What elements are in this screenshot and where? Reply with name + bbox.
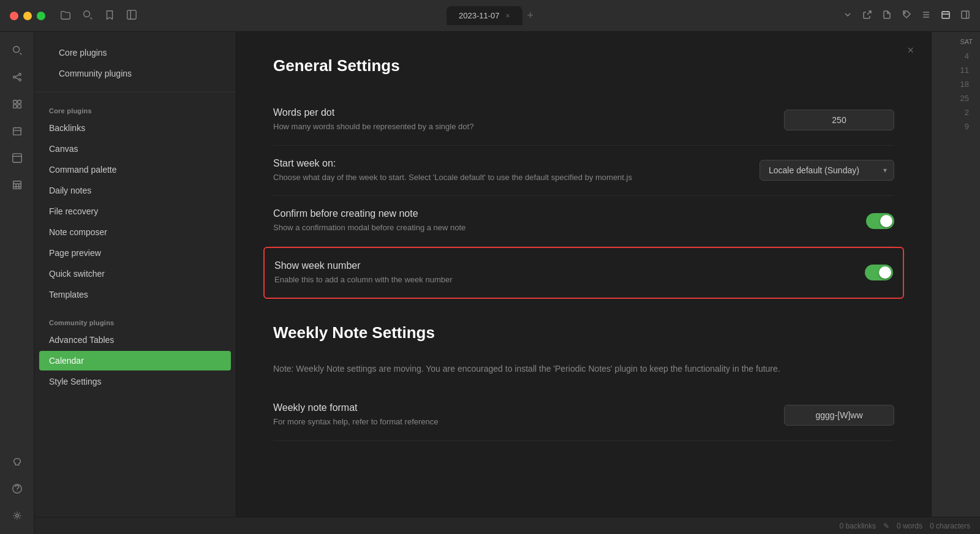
titlebar-left-icons [60,9,137,23]
calendar-day-header: SAT [932,38,980,48]
svg-rect-15 [13,181,21,189]
sidebar-item-file-recovery[interactable]: File recovery [39,201,231,221]
calendar-date-18: 18 [932,78,980,90]
sidebar-item-calendar[interactable]: Calendar [39,351,231,370]
main-layout: Core plugins Community plugins Core plug… [0,32,980,534]
words-per-dot-name: Words per dot [273,107,751,118]
weekly-note-format-name: Weekly note format [273,402,751,413]
sidebar-item-page-preview[interactable]: Page preview [39,243,231,263]
start-week-dropdown-wrapper: Locale default (Sunday) ▾ [760,160,894,181]
svg-rect-4 [962,11,969,18]
svg-point-6 [13,76,15,78]
sidebar-item-quick-switcher[interactable]: Quick switcher [39,264,231,284]
sidebar-item-templates[interactable]: Templates [39,285,231,304]
sidebar-item-note-composer[interactable]: Note composer [39,222,231,242]
confirm-creating-info: Confirm before creating new note Show a … [273,208,751,234]
layout-icon[interactable] [126,9,137,23]
svg-point-17 [15,514,18,517]
core-plugins-section-label: Core plugins [34,102,236,117]
icon-sidebar-bottom [6,451,28,527]
sidebar-item-command-palette[interactable]: Command palette [39,160,231,179]
confirm-creating-name: Confirm before creating new note [273,208,751,219]
status-bar: 0 backlinks ✎ 0 words 0 characters [34,517,980,534]
close-traffic-light[interactable] [10,12,18,20]
weekly-note-format-desc: For more syntax help, refer to format re… [273,416,751,428]
sidebar-search-icon[interactable] [6,39,28,61]
svg-point-0 [84,10,90,17]
chevron-down-icon[interactable] [843,10,853,22]
search-icon[interactable] [82,9,93,23]
plugin-sidebar: Core plugins Community plugins Core plug… [34,32,236,534]
sidebar-calendar-icon[interactable] [6,120,28,142]
sidebar-item-canvas[interactable]: Canvas [39,139,231,159]
sidebar-item-core-plugins[interactable]: Core plugins [49,43,221,62]
confirm-creating-desc: Show a confirmation modal before creatin… [273,222,751,234]
export-icon[interactable] [862,10,872,22]
weekly-note-format-row: Weekly note format For more syntax help,… [273,390,894,441]
show-week-number-name: Show week number [274,260,752,271]
svg-point-2 [904,12,905,13]
show-week-number-desc: Enable this to add a column with the wee… [274,274,752,286]
show-week-number-inner: Show week number Enable this to add a co… [274,260,893,286]
community-plugins-section-label: Community plugins [34,314,236,329]
tab-label: 2023-11-07 [459,11,500,20]
confirm-creating-row: Confirm before creating new note Show a … [273,196,894,247]
tab-close-button[interactable]: × [505,12,510,20]
words-per-dot-desc: How many words should be represented by … [273,121,751,133]
sidebar-item-style-settings[interactable]: Style Settings [39,372,231,391]
calendar-icon[interactable] [941,10,951,22]
traffic-lights [10,12,45,20]
sidebar-graph-icon[interactable] [6,66,28,88]
minimize-traffic-light[interactable] [23,12,32,20]
weekly-note-settings-title: Weekly Note Settings [273,323,894,342]
show-week-number-row-highlighted: Show week number Enable this to add a co… [263,247,904,299]
svg-rect-13 [13,128,21,135]
sidebar-pane-icon[interactable] [6,147,28,169]
svg-rect-3 [942,12,949,18]
sidebar-table-icon[interactable] [6,174,28,196]
sidebar-brain-icon[interactable] [6,451,28,473]
icon-sidebar [0,32,34,534]
list-icon[interactable] [921,10,931,22]
sidebar-settings-icon[interactable] [6,505,28,527]
start-week-name: Start week on: [273,158,751,169]
weekly-note-format-info: Weekly note format For more syntax help,… [273,402,751,428]
confirm-creating-toggle[interactable] [866,213,894,229]
sidebar-dashboard-icon[interactable] [6,93,28,115]
sidebar-help-icon[interactable] [6,478,28,500]
weekly-note-notice: Note: Weekly Note settings are moving. Y… [273,362,894,375]
start-week-row: Start week on: Choose what day of the we… [273,146,894,197]
calendar-date-11: 11 [932,64,980,76]
new-file-icon[interactable] [882,10,892,22]
calendar-panel: SAT 4 11 18 25 2 9 [931,32,980,534]
sidebar-item-daily-notes[interactable]: Daily notes [39,181,231,200]
svg-rect-12 [17,105,20,108]
bookmark-icon[interactable] [104,9,115,23]
titlebar-right-icons [843,10,970,22]
words-per-dot-info: Words per dot How many words should be r… [273,107,751,133]
close-button[interactable]: × [902,42,919,59]
word-count: 0 words [897,522,922,530]
show-week-number-info: Show week number Enable this to add a co… [274,260,752,286]
weekly-note-format-input[interactable] [784,405,894,426]
calendar-date-9: 9 [932,121,980,132]
calendar-date-25: 25 [932,92,980,104]
sidebar-top-items: Core plugins Community plugins [34,43,236,92]
start-week-dropdown[interactable]: Locale default (Sunday) [760,160,894,181]
sidebar-right-icon[interactable] [960,10,970,22]
show-week-number-toggle[interactable] [865,265,893,280]
svg-rect-9 [13,100,16,103]
sidebar-item-advanced-tables[interactable]: Advanced Tables [39,330,231,350]
general-settings-title: General Settings [273,56,894,75]
new-tab-button[interactable]: + [527,9,534,22]
edit-icon: ✎ [883,522,889,530]
sidebar-item-backlinks[interactable]: Backlinks [39,118,231,138]
sidebar-item-community-plugins[interactable]: Community plugins [49,64,221,83]
tag-icon[interactable] [902,10,911,22]
maximize-traffic-light[interactable] [37,12,45,20]
active-tab[interactable]: 2023-11-07 × [447,6,522,25]
words-per-dot-input[interactable] [784,110,894,130]
svg-rect-10 [17,100,20,103]
titlebar: 2023-11-07 × + [0,0,980,32]
folder-icon[interactable] [60,9,71,23]
